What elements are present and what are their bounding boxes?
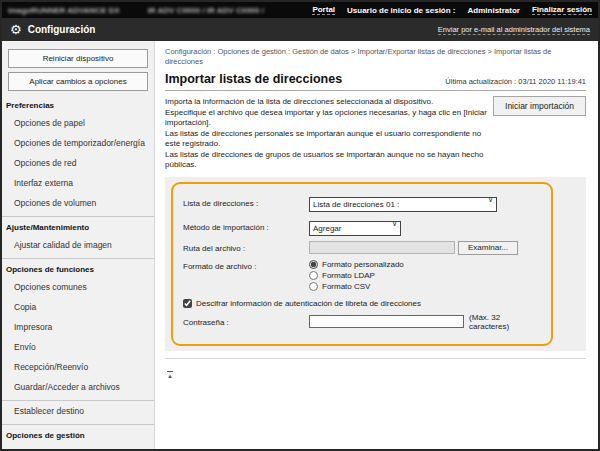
file-path-row: Ruta del archivo : Examinar... (183, 241, 541, 255)
file-path-input[interactable] (309, 241, 455, 254)
password-row: Contraseña : (Máx. 32 caracteres) (183, 313, 541, 331)
settings-gear-icon: ⚙ (10, 23, 22, 36)
last-update-timestamp: Última actualización : 03/11 2020 11:19:… (445, 77, 586, 86)
title-row: Importar listas de direcciones Última ac… (165, 72, 586, 91)
address-list-row: Lista de direcciones : Lista de direccio… (183, 193, 541, 212)
sidebar-item-printer[interactable]: Impresora (2, 317, 154, 337)
file-format-options: Formato personalizado Formato LDAP Forma… (309, 260, 404, 291)
password-max-chars-hint: (Máx. 32 caracteres) (469, 313, 541, 331)
login-user-value: Administrator (468, 6, 520, 15)
settings-sidebar: Reiniciar dispositivo Aplicar cambios a … (2, 41, 155, 449)
sidebar-item-image-quality[interactable]: Ajustar calidad de imagen (2, 235, 154, 255)
file-format-option-label: Formato personalizado (322, 260, 404, 269)
address-list-label: Lista de direcciones : (183, 197, 309, 208)
sidebar-item-store-access-files[interactable]: Guardar/Acceder a archivos (2, 377, 154, 397)
bottom-divider (165, 358, 586, 359)
device-identity: imageRUNNER ADVANCE DX iR ADV C0000 / iR… (8, 6, 264, 15)
portal-link[interactable]: Portal (312, 5, 335, 15)
import-form-outline: Lista de direcciones : Lista de direccio… (171, 182, 553, 346)
password-label: Contraseña : (183, 316, 309, 327)
description-line: Importa la información de la lista de di… (165, 97, 497, 108)
sidebar-item-copy[interactable]: Copia (2, 297, 154, 317)
file-format-option-custom[interactable]: Formato personalizado (309, 260, 404, 269)
sidebar-item-send[interactable]: Envío (2, 337, 154, 357)
sidebar-item-network[interactable]: Opciones de red (2, 153, 154, 173)
sidebar-item-set-destination[interactable]: Establecer destino (2, 401, 154, 421)
breadcrumb[interactable]: Configuración : Opciones de gestión : Ge… (165, 47, 586, 67)
file-format-label: Formato de archivo : (183, 260, 309, 271)
decrypt-checkbox-label: Descifrar información de autenticación d… (196, 299, 421, 308)
sidebar-section-adjustment: Ajuste/Mantenimiento (2, 216, 154, 235)
file-format-row: Formato de archivo : Formato personaliza… (183, 260, 541, 291)
file-format-option-csv[interactable]: Formato CSV (309, 282, 404, 291)
sidebar-item-external-interface[interactable]: Interfaz externa (2, 173, 154, 193)
session-links: Portal Usuario de inicio de sesión : Adm… (312, 5, 592, 15)
sidebar-section-function-settings: Opciones de funciones (2, 258, 154, 277)
sidebar-section-management: Opciones de gestión (2, 424, 154, 443)
decrypt-checkbox[interactable] (183, 299, 192, 308)
app-title: Configuración (28, 24, 96, 35)
login-user-label: Usuario de inicio de sesión : (347, 6, 455, 15)
sidebar-item-user-management[interactable]: Gestión de usuarios (2, 443, 154, 449)
back-to-top-icon[interactable]: ▲ (167, 371, 173, 379)
address-list-select[interactable]: Lista de direcciones 01 : (309, 197, 497, 212)
import-method-row: Método de importación : Agregar (183, 217, 541, 236)
file-format-radio-1[interactable] (309, 271, 318, 280)
file-format-option-ldap[interactable]: Formato LDAP (309, 271, 404, 280)
restart-device-button[interactable]: Reiniciar dispositivo (8, 49, 148, 68)
start-import-button[interactable]: Iniciar importación (493, 96, 586, 116)
form-panel: Lista de direcciones : Lista de direccio… (165, 177, 586, 351)
browse-button[interactable]: Examinar... (458, 241, 518, 255)
file-format-option-label: Formato CSV (322, 282, 370, 291)
app-bar: ⚙ Configuración Enviar por e-mail al adm… (2, 18, 598, 41)
apply-changes-button[interactable]: Aplicar cambios a opciones (8, 72, 148, 91)
page-title: Importar listas de direcciones (165, 72, 342, 86)
sidebar-item-timer-energy[interactable]: Opciones de temporizador/energía (2, 133, 154, 153)
description-line: Especifique el archivo que desea importa… (165, 108, 497, 129)
description-line: Las listas de direcciones de grupos de u… (165, 150, 497, 171)
remote-ui-window: imageRUNNER ADVANCE DX iR ADV C0000 / iR… (0, 0, 600, 451)
file-format-option-label: Formato LDAP (322, 271, 375, 280)
sidebar-item-common-settings[interactable]: Opciones comunes (2, 277, 154, 297)
file-format-radio-0[interactable] (309, 260, 318, 269)
sidebar-item-receive-forward[interactable]: Recepción/Reenvío (2, 357, 154, 377)
device-bar: imageRUNNER ADVANCE DX iR ADV C0000 / iR… (2, 2, 598, 18)
decrypt-auth-row[interactable]: Descifrar información de autenticación d… (183, 299, 541, 308)
sidebar-item-volume[interactable]: Opciones de volumen (2, 193, 154, 213)
main-content: Configuración : Opciones de gestión : Ge… (155, 41, 598, 449)
email-admin-link[interactable]: Enviar por e-mail al administrador del s… (438, 25, 590, 35)
device-model-redacted: imageRUNNER ADVANCE DX (8, 6, 120, 15)
device-name-redacted: iR ADV C0000 / iR ADV C0000 / (148, 6, 264, 15)
sidebar-section-preferences: Preferencias (2, 95, 154, 113)
logout-link[interactable]: Finalizar sesión (532, 5, 592, 15)
import-method-select[interactable]: Agregar (309, 221, 401, 236)
description-block: Importa la información de la lista de di… (165, 91, 586, 171)
content-row: Reiniciar dispositivo Aplicar cambios a … (2, 41, 598, 449)
file-format-radio-2[interactable] (309, 282, 318, 291)
file-path-label: Ruta del archivo : (183, 242, 309, 253)
import-method-label: Método de importación : (183, 221, 309, 232)
password-input[interactable] (309, 315, 464, 328)
sidebar-item-paper-settings[interactable]: Opciones de papel (2, 113, 154, 133)
description-line: Las listas de direcciones personales se … (165, 129, 497, 150)
